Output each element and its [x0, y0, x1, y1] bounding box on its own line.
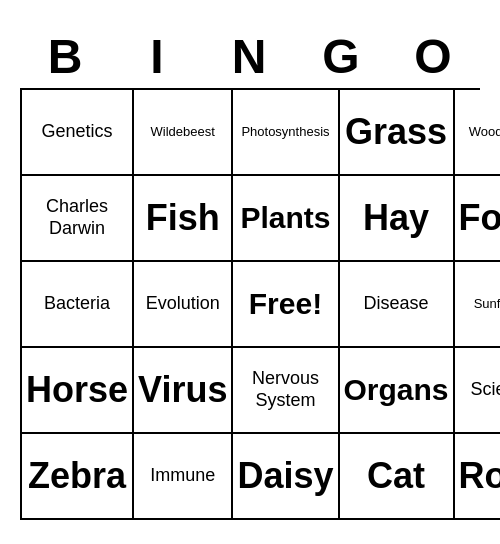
header-letter: I	[112, 25, 204, 88]
bingo-cell[interactable]: Fish	[134, 176, 233, 262]
cell-text: Genetics	[42, 121, 113, 143]
cell-text: Free!	[249, 286, 322, 322]
bingo-cell[interactable]: Charles Darwin	[22, 176, 134, 262]
cell-text: Bacteria	[44, 293, 110, 315]
bingo-cell[interactable]: Photosynthesis	[233, 90, 339, 176]
cell-text: Science	[471, 379, 500, 401]
header-letter: O	[388, 25, 480, 88]
header-letter: B	[20, 25, 112, 88]
bingo-cell[interactable]: Organs	[340, 348, 455, 434]
cell-text: Daisy	[237, 454, 333, 497]
cell-text: Zebra	[28, 454, 126, 497]
cell-text: Disease	[364, 293, 429, 315]
cell-text: Sunflower	[474, 296, 500, 312]
bingo-cell[interactable]: Food	[455, 176, 500, 262]
cell-text: Organs	[344, 372, 449, 408]
bingo-cell[interactable]: Wildebeest	[134, 90, 233, 176]
cell-text: Woodchuck	[469, 124, 500, 140]
cell-text: Grass	[345, 110, 447, 153]
bingo-cell[interactable]: Free!	[233, 262, 339, 348]
bingo-cell[interactable]: Horse	[22, 348, 134, 434]
cell-text: Virus	[138, 368, 227, 411]
bingo-cell[interactable]: Woodchuck	[455, 90, 500, 176]
cell-text: Charles Darwin	[26, 196, 128, 239]
cell-text: Evolution	[146, 293, 220, 315]
cell-text: Plants	[240, 200, 330, 236]
bingo-grid: GeneticsWildebeestPhotosynthesisGrassWoo…	[20, 88, 480, 520]
cell-text: Photosynthesis	[241, 124, 329, 140]
bingo-cell[interactable]: Zebra	[22, 434, 134, 520]
bingo-cell[interactable]: Hay	[340, 176, 455, 262]
cell-text: Food	[459, 196, 500, 239]
bingo-cell[interactable]: Cat	[340, 434, 455, 520]
cell-text: Immune	[150, 465, 215, 487]
bingo-cell[interactable]: Plants	[233, 176, 339, 262]
bingo-cell[interactable]: Science	[455, 348, 500, 434]
bingo-cell[interactable]: Disease	[340, 262, 455, 348]
bingo-cell[interactable]: Nervous System	[233, 348, 339, 434]
bingo-header: BINGO	[20, 25, 480, 88]
bingo-cell[interactable]: Grass	[340, 90, 455, 176]
bingo-cell[interactable]: Sunflower	[455, 262, 500, 348]
bingo-card: BINGO GeneticsWildebeestPhotosynthesisGr…	[10, 15, 490, 530]
header-letter: N	[204, 25, 296, 88]
bingo-cell[interactable]: Immune	[134, 434, 233, 520]
bingo-cell[interactable]: Genetics	[22, 90, 134, 176]
bingo-cell[interactable]: Bacteria	[22, 262, 134, 348]
cell-text: Horse	[26, 368, 128, 411]
cell-text: Rose	[459, 454, 500, 497]
bingo-cell[interactable]: Daisy	[233, 434, 339, 520]
cell-text: Nervous System	[237, 368, 333, 411]
cell-text: Wildebeest	[151, 124, 215, 140]
cell-text: Cat	[367, 454, 425, 497]
header-letter: G	[296, 25, 388, 88]
cell-text: Fish	[146, 196, 220, 239]
bingo-cell[interactable]: Rose	[455, 434, 500, 520]
bingo-cell[interactable]: Evolution	[134, 262, 233, 348]
bingo-cell[interactable]: Virus	[134, 348, 233, 434]
cell-text: Hay	[363, 196, 429, 239]
